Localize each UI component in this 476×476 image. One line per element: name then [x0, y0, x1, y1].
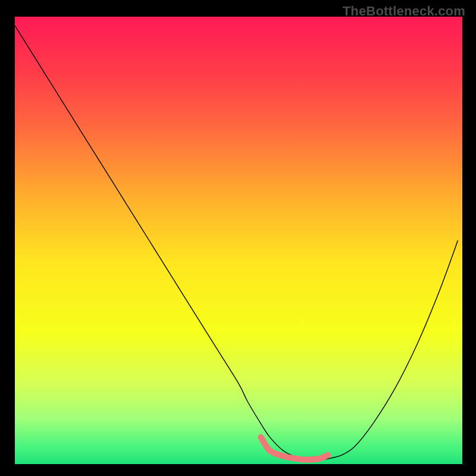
chart-frame: TheBottleneck.com — [0, 0, 476, 476]
watermark-label: TheBottleneck.com — [343, 4, 465, 19]
chart-svg — [15, 17, 462, 464]
plot-area — [15, 17, 462, 464]
gradient-background — [15, 17, 462, 464]
